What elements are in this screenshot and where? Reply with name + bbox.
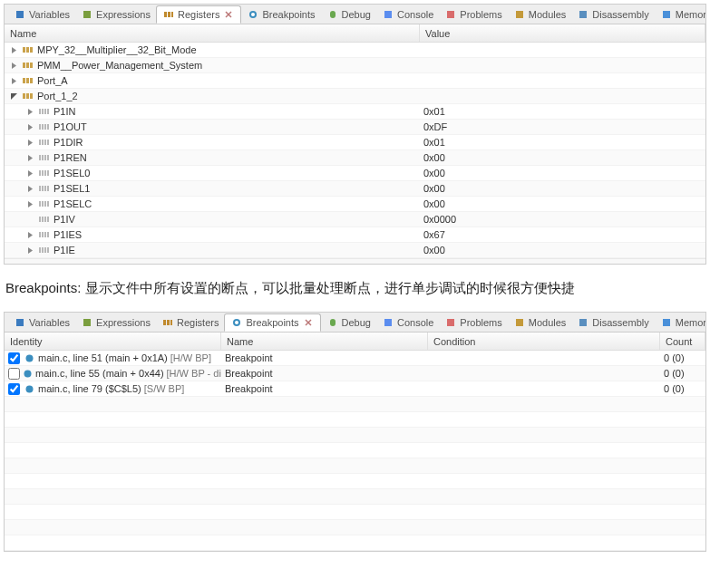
svg-rect-78 bbox=[44, 247, 46, 253]
svg-rect-34 bbox=[44, 109, 46, 114]
expand-toggle[interactable] bbox=[25, 184, 35, 194]
tab-registers[interactable]: Registers bbox=[156, 5, 241, 24]
breakpoint-row[interactable]: main.c, line 51 (main + 0x1A) [H/W BP]Br… bbox=[5, 351, 705, 366]
breakpoint-checkbox[interactable] bbox=[8, 383, 20, 395]
expand-toggle[interactable] bbox=[9, 61, 19, 71]
svg-rect-26 bbox=[30, 78, 33, 83]
svg-rect-65 bbox=[47, 201, 49, 207]
tab-disassembly[interactable]: Disassembly bbox=[571, 314, 654, 331]
svg-rect-49 bbox=[44, 155, 46, 160]
breakpoint-type: [S/W BP] bbox=[144, 383, 185, 394]
tab-expressions[interactable]: Expressions bbox=[75, 6, 156, 23]
register-name: P1IV bbox=[53, 214, 75, 225]
tab-label: Breakpoints bbox=[262, 9, 315, 20]
expand-toggle[interactable] bbox=[9, 92, 19, 101]
register-row[interactable]: PMM__Power_Management_System bbox=[5, 58, 705, 73]
register-row[interactable]: P1SEL10x00 bbox=[5, 181, 705, 197]
register-group-icon bbox=[22, 74, 34, 87]
register-row[interactable]: P1SEL00x00 bbox=[5, 166, 705, 181]
tab-problems[interactable]: Problems bbox=[439, 6, 507, 23]
register-row[interactable]: P1SELC0x00 bbox=[5, 197, 705, 212]
scrollbar-stub[interactable] bbox=[5, 258, 705, 264]
svg-marker-75 bbox=[28, 247, 33, 254]
expand-toggle[interactable] bbox=[25, 122, 35, 132]
tab-disassembly[interactable]: Disassembly bbox=[571, 6, 654, 23]
tab-modules[interactable]: Modules bbox=[508, 314, 572, 331]
expand-toggle[interactable] bbox=[25, 246, 35, 255]
svg-rect-64 bbox=[44, 201, 46, 207]
register-row[interactable]: MPY_32__Multiplier__32_Bit_Mode bbox=[5, 43, 705, 58]
svg-rect-20 bbox=[23, 63, 25, 68]
svg-rect-13 bbox=[579, 11, 587, 18]
svg-marker-36 bbox=[28, 124, 33, 130]
register-row[interactable]: Port_1_2 bbox=[5, 89, 705, 104]
tab-console[interactable]: Console bbox=[376, 314, 439, 331]
register-row[interactable]: P1IV0x0000 bbox=[5, 212, 705, 227]
breakpoint-row[interactable]: main.c, line 79 ($C$L5) [S/W BP]Breakpoi… bbox=[5, 381, 705, 397]
expand-toggle[interactable] bbox=[25, 230, 35, 240]
register-row[interactable]: P1OUT0xDF bbox=[5, 120, 705, 135]
col-name[interactable]: Name bbox=[5, 24, 420, 42]
svg-marker-70 bbox=[28, 232, 33, 238]
expand-toggle[interactable] bbox=[25, 153, 35, 163]
register-row[interactable]: Port_A bbox=[5, 73, 705, 89]
register-value: 0x00 bbox=[420, 152, 705, 163]
col-value[interactable]: Value bbox=[420, 24, 705, 42]
register-row[interactable]: P1IES0x67 bbox=[5, 227, 705, 243]
tab-breakpoints[interactable]: Breakpoints bbox=[224, 313, 320, 332]
svg-rect-1 bbox=[83, 11, 91, 18]
register-row[interactable]: P1IN0x01 bbox=[5, 104, 705, 120]
register-name: MPY_32__Multiplier__32_Bit_Mode bbox=[37, 44, 197, 55]
tab-registers[interactable]: Registers bbox=[156, 314, 224, 331]
tab-label: Disassembly bbox=[592, 9, 648, 20]
svg-rect-59 bbox=[44, 186, 46, 191]
svg-rect-60 bbox=[47, 186, 49, 191]
register-row[interactable]: P1IE0x00 bbox=[5, 243, 705, 258]
empty-row bbox=[5, 412, 705, 428]
tab-label: Debug bbox=[342, 9, 371, 20]
tab-modules[interactable]: Modules bbox=[508, 6, 572, 23]
expand-toggle[interactable] bbox=[25, 169, 35, 178]
tab-debug[interactable]: Debug bbox=[321, 6, 376, 23]
register-icon bbox=[38, 151, 51, 164]
tab-memory-browser[interactable]: Memory Browser bbox=[655, 6, 705, 23]
register-name: P1OUT bbox=[53, 121, 87, 132]
tab-breakpoints[interactable]: Breakpoints bbox=[241, 6, 320, 23]
tab-variables[interactable]: Variables bbox=[8, 6, 75, 23]
svg-rect-90 bbox=[384, 319, 392, 326]
tab-label: Problems bbox=[460, 317, 501, 328]
expand-toggle[interactable] bbox=[9, 76, 19, 86]
close-icon[interactable] bbox=[222, 8, 235, 21]
close-icon[interactable] bbox=[302, 316, 315, 329]
register-row[interactable]: P1REN0x00 bbox=[5, 150, 705, 166]
svg-rect-93 bbox=[579, 319, 587, 326]
tab-label: Registers bbox=[177, 317, 219, 328]
breakpoint-checkbox[interactable] bbox=[8, 352, 20, 364]
register-icon bbox=[38, 228, 51, 241]
col-identity[interactable]: Identity bbox=[5, 333, 221, 350]
svg-rect-68 bbox=[44, 217, 46, 222]
expand-toggle[interactable] bbox=[9, 45, 19, 55]
col-bp-name[interactable]: Name bbox=[221, 333, 428, 350]
col-condition[interactable]: Condition bbox=[428, 333, 660, 350]
col-count[interactable]: Count bbox=[660, 333, 705, 350]
tab-problems[interactable]: Problems bbox=[439, 314, 507, 331]
expand-toggle[interactable] bbox=[25, 138, 35, 148]
expand-toggle[interactable] bbox=[25, 199, 35, 209]
svg-rect-55 bbox=[47, 170, 49, 176]
svg-rect-54 bbox=[44, 170, 46, 176]
breakpoints-panel: VariablesExpressionsRegistersBreakpoints… bbox=[4, 312, 706, 552]
register-group-icon bbox=[22, 59, 34, 72]
svg-marker-41 bbox=[28, 140, 33, 146]
expand-toggle[interactable] bbox=[25, 107, 35, 117]
empty-row bbox=[5, 474, 705, 489]
tab-console[interactable]: Console bbox=[376, 6, 439, 23]
register-icon bbox=[38, 182, 51, 195]
breakpoint-row[interactable]: main.c, line 55 (main + 0x44) [H/W BP - … bbox=[5, 366, 705, 381]
tab-memory-browser[interactable]: Memory Browser bbox=[655, 314, 705, 331]
breakpoint-checkbox[interactable] bbox=[8, 368, 20, 380]
tab-debug[interactable]: Debug bbox=[321, 314, 376, 331]
register-row[interactable]: P1DIR0x01 bbox=[5, 135, 705, 150]
tab-expressions[interactable]: Expressions bbox=[75, 314, 156, 331]
tab-variables[interactable]: Variables bbox=[8, 314, 75, 331]
